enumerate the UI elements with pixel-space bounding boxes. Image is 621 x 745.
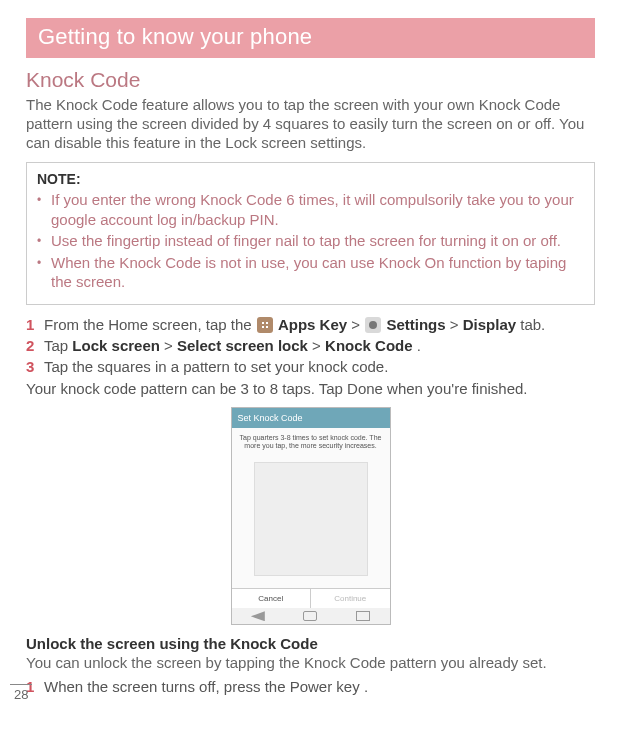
separator: > [450,316,463,333]
display-tab-label: Display [463,316,516,333]
note-item: • Use the fingertip instead of finger na… [37,231,584,251]
intro-paragraph: The Knock Code feature allows you to tap… [26,96,595,152]
step-number: 3 [26,357,44,377]
bullet-icon: • [37,190,51,229]
device-hint-text: Tap quarters 3-8 times to set knock code… [232,428,390,455]
substep-1: 1 When the screen turns off, press the P… [26,677,595,697]
grid-quadrant-4[interactable] [311,519,367,575]
bullet-icon: • [37,253,51,292]
continue-button[interactable]: Continue [311,589,390,608]
step-text: Tap the squares in a pattern to set your… [44,357,595,377]
device-titlebar: Set Knock Code [232,408,390,428]
step-text: From the Home screen, tap the Apps Key >… [44,315,595,335]
separator: > [164,337,177,354]
text-fragment: Tap [44,337,72,354]
apps-key-label: Apps Key [278,316,347,333]
section-title-knock-code: Knock Code [26,68,595,92]
grid-quadrant-3[interactable] [255,519,311,575]
cancel-button[interactable]: Cancel [232,589,312,608]
step-number: 2 [26,336,44,356]
grid-quadrant-1[interactable] [255,463,311,519]
step-3: 3 Tap the squares in a pattern to set yo… [26,357,595,377]
back-icon[interactable] [251,611,265,621]
device-button-row: Cancel Continue [232,588,390,608]
manual-page: Getting to know your phone Knock Code Th… [0,0,621,706]
separator: > [351,316,364,333]
knock-code-grid[interactable] [254,462,368,576]
grid-quadrant-2[interactable] [311,463,367,519]
separator: > [312,337,325,354]
note-text: If you enter the wrong Knock Code 6 time… [51,190,584,229]
settings-icon [365,317,381,333]
note-text: When the Knock Code is not in use, you c… [51,253,584,292]
device-navbar [232,608,390,624]
chapter-header: Getting to know your phone [26,18,595,58]
select-screen-lock-label: Select screen lock [177,337,308,354]
after-steps-note: Your knock code pattern can be 3 to 8 ta… [26,380,595,397]
note-item: • When the Knock Code is not in use, you… [37,253,584,292]
text-fragment: From the Home screen, tap the [44,316,256,333]
device-screenshot: Set Knock Code Tap quarters 3-8 times to… [231,407,391,626]
step-text: Tap Lock screen > Select screen lock > K… [44,336,595,356]
knock-code-label: Knock Code [325,337,413,354]
apps-key-icon [257,317,273,333]
text-fragment: . [417,337,421,354]
device-grid-wrap [232,454,390,588]
step-number: 1 [26,315,44,335]
recent-apps-icon[interactable] [356,611,370,621]
note-box: NOTE: • If you enter the wrong Knock Cod… [26,162,595,305]
note-label: NOTE: [37,171,584,187]
note-text: Use the fingertip instead of finger nail… [51,231,584,251]
lock-screen-label: Lock screen [72,337,160,354]
subsection-title-unlock: Unlock the screen using the Knock Code [26,635,595,652]
text-fragment: tab. [520,316,545,333]
home-icon[interactable] [303,611,317,621]
step-2: 2 Tap Lock screen > Select screen lock >… [26,336,595,356]
step-text: When the screen turns off, press the Pow… [44,677,595,697]
subsection-text: You can unlock the screen by tapping the… [26,654,595,673]
bullet-icon: • [37,231,51,251]
settings-label: Settings [386,316,445,333]
step-1: 1 From the Home screen, tap the Apps Key… [26,315,595,335]
page-number: 28 [10,684,32,702]
note-item: • If you enter the wrong Knock Code 6 ti… [37,190,584,229]
